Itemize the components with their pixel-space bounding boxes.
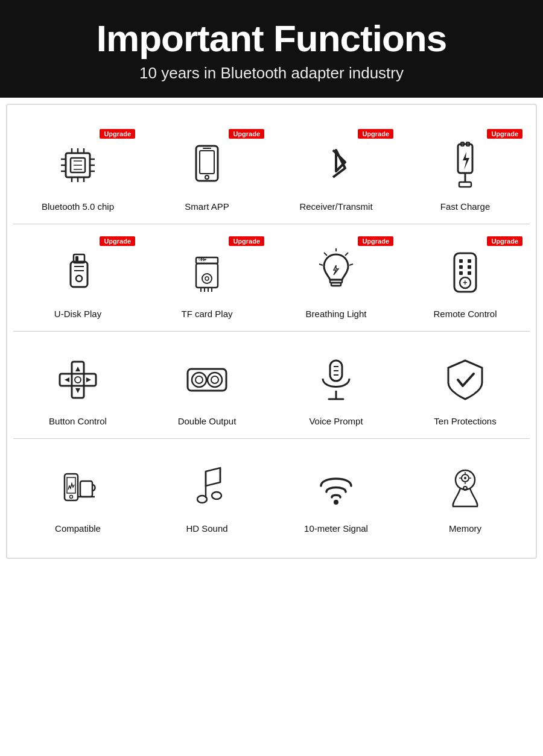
- feature-double-output: Double Output: [142, 344, 272, 429]
- bulb-icon: [306, 242, 366, 303]
- svg-marker-64: [86, 377, 91, 382]
- feature-smart-app: Upgrade Smart APP: [142, 129, 272, 215]
- mic-icon: [306, 350, 366, 410]
- svg-rect-52: [468, 259, 471, 263]
- svg-point-89: [464, 477, 466, 479]
- main-content: Upgrade: [6, 104, 537, 559]
- svg-rect-51: [459, 259, 463, 263]
- udisk-icon: [48, 242, 108, 303]
- feature-row-3: Button Control Double Output: [13, 332, 530, 439]
- svg-line-47: [324, 253, 327, 256]
- feature-label: Memory: [449, 523, 481, 534]
- memory-icon: [435, 457, 495, 517]
- upgrade-badge: Upgrade: [100, 236, 135, 246]
- svg-rect-56: [468, 271, 471, 275]
- feature-hd-sound: HD Sound: [142, 451, 272, 537]
- svg-point-19: [205, 175, 209, 179]
- page-title: Important Functions: [12, 18, 531, 59]
- feature-button-control: Button Control: [13, 344, 142, 429]
- svg-rect-18: [200, 151, 214, 174]
- svg-point-84: [197, 496, 207, 503]
- feature-memory: Memory: [401, 451, 530, 537]
- header: Important Functions 10 years in Bluetoot…: [0, 0, 543, 98]
- svg-point-37: [205, 277, 209, 280]
- svg-point-68: [195, 376, 203, 383]
- music-icon: [177, 457, 237, 517]
- gamepad-icon: [48, 350, 108, 410]
- svg-point-86: [334, 500, 338, 505]
- tfcard-icon: TF 64G: [177, 242, 237, 303]
- fastcharge-icon: [435, 135, 495, 195]
- svg-point-65: [75, 377, 81, 383]
- feature-label: Remote Control: [433, 309, 497, 319]
- feature-ten-protections: Ten Protections: [401, 344, 530, 429]
- feature-row-2: Upgrade U-Disk Play Upgrade: [13, 224, 530, 332]
- feature-label: Receiver/Transmit: [299, 201, 372, 212]
- svg-point-29: [76, 276, 82, 282]
- svg-point-94: [463, 487, 467, 490]
- svg-rect-25: [459, 182, 471, 187]
- svg-rect-26: [71, 262, 87, 287]
- svg-text:64G: 64G: [198, 257, 206, 261]
- feature-bluetooth-chip: Upgrade: [13, 129, 142, 215]
- upgrade-badge: Upgrade: [358, 236, 393, 246]
- upgrade-badge: Upgrade: [487, 129, 522, 139]
- svg-point-79: [70, 496, 73, 499]
- svg-point-69: [208, 373, 222, 387]
- feature-row-1: Upgrade: [13, 117, 530, 224]
- page-subtitle: 10 years in Bluetooth adapter industry: [12, 64, 531, 83]
- feature-label: Fast Charge: [440, 201, 491, 212]
- feature-label: Smart APP: [185, 201, 229, 212]
- svg-point-70: [211, 376, 218, 383]
- feature-label: Ten Protections: [434, 416, 496, 426]
- svg-text:+: +: [463, 278, 468, 287]
- upgrade-badge: Upgrade: [229, 129, 264, 139]
- feature-compatible: Compatible: [13, 451, 142, 537]
- svg-marker-61: [75, 367, 80, 371]
- svg-point-36: [202, 274, 212, 283]
- feature-10meter-signal: 10-meter Signal: [272, 451, 401, 537]
- smartphone-icon: [177, 135, 237, 195]
- svg-line-46: [345, 253, 348, 256]
- wifi-icon: [306, 457, 366, 517]
- feature-voice-prompt: Voice Prompt: [272, 344, 401, 429]
- feature-udisk: Upgrade U-Disk Play: [13, 236, 142, 322]
- feature-row-4: Compatible HD Sound: [13, 439, 530, 546]
- svg-rect-53: [459, 265, 463, 269]
- remote-icon: +: [435, 242, 495, 303]
- svg-rect-55: [459, 271, 463, 275]
- compatible-icon: [48, 457, 108, 517]
- feature-tfcard: Upgrade TF 64G: [142, 236, 272, 322]
- feature-label: HD Sound: [186, 523, 227, 534]
- svg-line-48: [349, 264, 353, 265]
- svg-marker-63: [65, 377, 69, 382]
- feature-label: Button Control: [49, 416, 107, 426]
- feature-label: 10-meter Signal: [304, 523, 368, 534]
- svg-point-85: [212, 492, 221, 499]
- upgrade-badge: Upgrade: [100, 129, 135, 139]
- svg-line-49: [319, 264, 323, 265]
- svg-point-67: [192, 373, 206, 387]
- feature-label: TF card Play: [181, 309, 232, 319]
- feature-label: U-Disk Play: [54, 309, 101, 319]
- svg-rect-54: [468, 265, 471, 269]
- doubleoutput-icon: [177, 350, 237, 410]
- svg-rect-28: [75, 256, 78, 261]
- svg-rect-80: [80, 481, 92, 497]
- feature-label: Double Output: [178, 416, 237, 426]
- feature-label: Bluetooth 5.0 chip: [42, 201, 114, 212]
- bluetooth-icon: [306, 135, 366, 195]
- feature-label: Voice Prompt: [309, 416, 363, 426]
- feature-receiver-transmit: Upgrade Receiver/Transmit: [272, 129, 401, 215]
- feature-label: Compatible: [55, 523, 101, 534]
- svg-marker-62: [75, 388, 80, 393]
- upgrade-badge: Upgrade: [358, 129, 393, 139]
- chip-icon: [48, 135, 108, 195]
- feature-breathing-light: Upgrade: [272, 236, 401, 322]
- upgrade-badge: Upgrade: [487, 236, 522, 246]
- feature-remote-control: Upgrade + Remote Control: [401, 236, 530, 322]
- upgrade-badge: Upgrade: [229, 236, 264, 246]
- feature-fast-charge: Upgrade Fast Charge: [401, 129, 530, 215]
- shield-icon: [435, 350, 495, 410]
- feature-label: Breathing Light: [306, 309, 367, 319]
